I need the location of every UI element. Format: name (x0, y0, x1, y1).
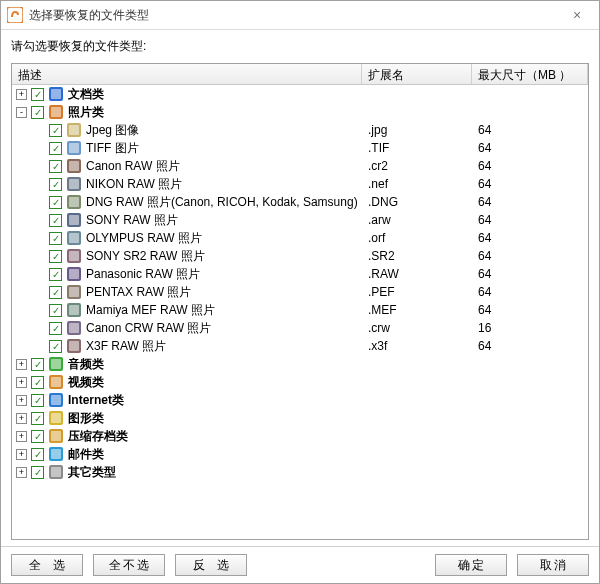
size-cell: 64 (472, 141, 588, 155)
collapse-icon[interactable]: - (16, 107, 27, 118)
checkbox[interactable]: ✓ (49, 322, 62, 335)
file-type-icon (48, 392, 64, 408)
file-type-row[interactable]: ✓PENTAX RAW 照片.PEF64 (12, 283, 588, 301)
checkbox[interactable]: ✓ (31, 376, 44, 389)
svg-rect-22 (69, 269, 79, 279)
expand-icon[interactable]: + (16, 89, 27, 100)
checkbox[interactable]: ✓ (49, 160, 62, 173)
file-type-row[interactable]: ✓X3F RAW 照片.x3f64 (12, 337, 588, 355)
checkbox[interactable]: ✓ (49, 214, 62, 227)
category-row[interactable]: +✓其它类型 (12, 463, 588, 481)
checkbox[interactable]: ✓ (49, 268, 62, 281)
desc-cell: ✓X3F RAW 照片 (12, 338, 362, 355)
checkbox[interactable]: ✓ (31, 106, 44, 119)
checkbox[interactable]: ✓ (31, 448, 44, 461)
file-type-icon (66, 266, 82, 282)
file-type-row[interactable]: ✓Jpeg 图像.jpg64 (12, 121, 588, 139)
expand-icon[interactable]: + (16, 395, 27, 406)
checkbox[interactable]: ✓ (31, 88, 44, 101)
tree-spacer (34, 233, 45, 244)
checkbox[interactable]: ✓ (49, 232, 62, 245)
desc-cell: ✓Panasonic RAW 照片 (12, 266, 362, 283)
category-row[interactable]: +✓压缩存档类 (12, 427, 588, 445)
checkbox[interactable]: ✓ (49, 142, 62, 155)
file-type-row[interactable]: ✓SONY SR2 RAW 照片.SR264 (12, 247, 588, 265)
ext-cell: .TIF (362, 141, 472, 155)
desc-cell: ✓Canon RAW 照片 (12, 158, 362, 175)
category-row[interactable]: +✓文档类 (12, 85, 588, 103)
file-type-icon (66, 284, 82, 300)
tree-spacer (34, 215, 45, 226)
expand-icon[interactable]: + (16, 413, 27, 424)
checkbox[interactable]: ✓ (31, 430, 44, 443)
checkbox[interactable]: ✓ (49, 124, 62, 137)
desc-cell: +✓压缩存档类 (12, 428, 362, 445)
file-type-row[interactable]: ✓TIFF 图片.TIF64 (12, 139, 588, 157)
invert-button[interactable]: 反 选 (175, 554, 247, 576)
select-none-button[interactable]: 全不选 (93, 554, 165, 576)
desc-cell: ✓Jpeg 图像 (12, 122, 362, 139)
file-type-row[interactable]: ✓SONY RAW 照片.arw64 (12, 211, 588, 229)
select-all-button[interactable]: 全 选 (11, 554, 83, 576)
file-type-row[interactable]: ✓OLYMPUS RAW 照片.orf64 (12, 229, 588, 247)
category-row[interactable]: +✓邮件类 (12, 445, 588, 463)
category-row[interactable]: +✓图形类 (12, 409, 588, 427)
checkbox[interactable]: ✓ (49, 304, 62, 317)
desc-cell: +✓Internet类 (12, 392, 362, 409)
checkbox[interactable]: ✓ (49, 178, 62, 191)
checkbox[interactable]: ✓ (31, 358, 44, 371)
expand-icon[interactable]: + (16, 377, 27, 388)
tree-spacer (34, 179, 45, 190)
cancel-button[interactable]: 取消 (517, 554, 589, 576)
expand-icon[interactable]: + (16, 467, 27, 478)
row-label: 文档类 (68, 86, 104, 103)
tree-spacer (34, 323, 45, 334)
column-header: 描述 扩展名 最大尺寸（MB ） (12, 64, 588, 85)
svg-rect-36 (51, 395, 61, 405)
desc-cell: -✓照片类 (12, 104, 362, 121)
checkbox[interactable]: ✓ (31, 394, 44, 407)
window-title: 选择要恢复的文件类型 (29, 7, 561, 24)
size-cell: 16 (472, 321, 588, 335)
ext-cell: .arw (362, 213, 472, 227)
size-cell: 64 (472, 195, 588, 209)
col-header-ext[interactable]: 扩展名 (362, 64, 472, 84)
tree-spacer (34, 197, 45, 208)
instruction-label: 请勾选要恢复的文件类型: (1, 30, 599, 59)
expand-icon[interactable]: + (16, 449, 27, 460)
col-header-size[interactable]: 最大尺寸（MB ） (472, 64, 588, 84)
close-button[interactable]: × (561, 7, 593, 23)
svg-rect-40 (51, 431, 61, 441)
file-type-row[interactable]: ✓Mamiya MEF RAW 照片.MEF64 (12, 301, 588, 319)
desc-cell: +✓视频类 (12, 374, 362, 391)
checkbox[interactable]: ✓ (49, 286, 62, 299)
expand-icon[interactable]: + (16, 431, 27, 442)
file-type-row[interactable]: ✓DNG RAW 照片(Canon, RICOH, Kodak, Samsung… (12, 193, 588, 211)
row-label: 图形类 (68, 410, 104, 427)
desc-cell: ✓PENTAX RAW 照片 (12, 284, 362, 301)
expand-icon[interactable]: + (16, 359, 27, 370)
category-row[interactable]: -✓照片类 (12, 103, 588, 121)
col-header-desc[interactable]: 描述 (12, 64, 362, 84)
checkbox[interactable]: ✓ (31, 466, 44, 479)
category-row[interactable]: +✓Internet类 (12, 391, 588, 409)
desc-cell: ✓OLYMPUS RAW 照片 (12, 230, 362, 247)
checkbox[interactable]: ✓ (49, 250, 62, 263)
file-type-row[interactable]: ✓Canon RAW 照片.cr264 (12, 157, 588, 175)
checkbox[interactable]: ✓ (49, 196, 62, 209)
file-type-row[interactable]: ✓Canon CRW RAW 照片.crw16 (12, 319, 588, 337)
checkbox[interactable]: ✓ (49, 340, 62, 353)
category-row[interactable]: +✓音频类 (12, 355, 588, 373)
category-row[interactable]: +✓视频类 (12, 373, 588, 391)
size-cell: 64 (472, 249, 588, 263)
footer: 全 选 全不选 反 选 确定 取消 (1, 546, 599, 583)
desc-cell: ✓Mamiya MEF RAW 照片 (12, 302, 362, 319)
file-type-row[interactable]: ✓NIKON RAW 照片.nef64 (12, 175, 588, 193)
desc-cell: ✓Canon CRW RAW 照片 (12, 320, 362, 337)
rows-container: +✓文档类-✓照片类✓Jpeg 图像.jpg64✓TIFF 图片.TIF64✓C… (12, 85, 588, 539)
checkbox[interactable]: ✓ (31, 412, 44, 425)
file-type-row[interactable]: ✓Panasonic RAW 照片.RAW64 (12, 265, 588, 283)
svg-rect-6 (69, 125, 79, 135)
svg-rect-26 (69, 305, 79, 315)
ok-button[interactable]: 确定 (435, 554, 507, 576)
